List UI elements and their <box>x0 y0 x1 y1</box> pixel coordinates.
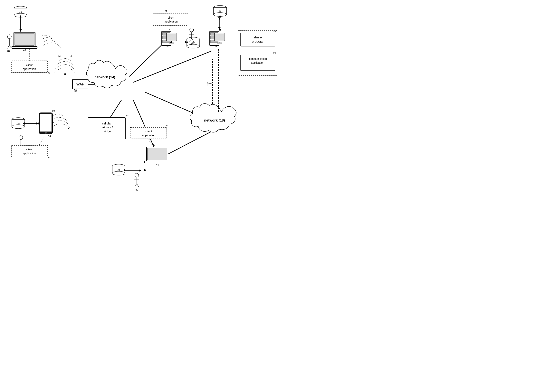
client-app-22-box: client application 22 <box>153 10 189 25</box>
svg-text:application: application <box>142 134 155 137</box>
svg-line-36 <box>9 45 11 48</box>
svg-text:bridge: bridge <box>103 130 111 133</box>
svg-point-57 <box>68 128 69 129</box>
network-18-cloud: network (18) <box>190 103 236 132</box>
wap-wireless: 56 <box>54 55 75 75</box>
svg-text:client: client <box>26 148 33 151</box>
svg-text:38: 38 <box>167 45 169 48</box>
svg-rect-54 <box>40 114 52 132</box>
svg-marker-105 <box>219 29 221 31</box>
svg-text:client: client <box>146 130 152 133</box>
svg-marker-27 <box>19 30 22 32</box>
svg-point-128 <box>112 171 125 175</box>
svg-text:application: application <box>165 20 178 23</box>
database-34: 34 <box>12 118 25 129</box>
svg-line-35 <box>8 45 9 48</box>
diagram-container: network (14) network (18) 32 40 48 <box>0 0 278 196</box>
svg-line-137 <box>137 184 139 187</box>
svg-line-0 <box>133 51 212 82</box>
svg-text:10: 10 <box>273 30 276 32</box>
svg-text:56: 56 <box>58 55 61 57</box>
db36-laptop44-arrow <box>123 169 146 171</box>
svg-text:16: 16 <box>219 9 221 12</box>
svg-text:60: 60 <box>52 110 55 112</box>
share-process-label: share <box>254 35 262 39</box>
svg-rect-123 <box>147 148 167 160</box>
svg-text:application: application <box>23 152 36 155</box>
database-36: 36 <box>112 164 125 175</box>
svg-text:26: 26 <box>48 156 50 159</box>
svg-text:36: 36 <box>117 168 120 171</box>
svg-text:24: 24 <box>48 72 50 75</box>
db32-arrow <box>19 15 22 32</box>
svg-point-48 <box>12 125 25 129</box>
svg-text:40: 40 <box>23 49 26 52</box>
cellular-bridge-label: cellular <box>102 122 111 125</box>
svg-line-4 <box>133 100 155 149</box>
svg-text:48: 48 <box>7 50 10 53</box>
svg-text:20: 20 <box>273 52 276 55</box>
svg-line-18 <box>39 135 45 145</box>
comm-app-label: communication <box>248 57 267 60</box>
db34-phone-arrow <box>23 122 40 125</box>
client-app-28-box: client application 28 <box>131 125 168 139</box>
svg-line-136 <box>135 184 137 187</box>
svg-text:52: 52 <box>136 188 138 191</box>
svg-point-32 <box>8 35 11 39</box>
svg-rect-29 <box>15 33 34 46</box>
cellular-bridge-box: cellular network / bridge 62 <box>88 115 129 139</box>
svg-rect-30 <box>12 47 37 48</box>
share-process-box: share process 10 communication applicati… <box>238 30 277 75</box>
svg-text:application: application <box>251 61 264 64</box>
svg-rect-111 <box>215 33 224 40</box>
phone-42: 42 <box>39 113 53 137</box>
db16-server12-arrow <box>219 15 221 31</box>
svg-rect-116 <box>240 33 275 46</box>
laptop-40: 40 <box>12 32 37 52</box>
laptop-40-wireless <box>41 35 61 48</box>
svg-line-6 <box>167 129 216 155</box>
svg-rect-113 <box>217 43 222 44</box>
svg-rect-78 <box>167 33 176 40</box>
network-14-cloud: network (14) <box>86 60 127 88</box>
network-18-label: network (18) <box>204 118 225 122</box>
client-app-26-box: client application 26 <box>11 145 50 159</box>
client-app-24-box: client application 24 <box>11 61 50 75</box>
svg-text:42: 42 <box>48 134 51 137</box>
server-12: 12 <box>210 31 225 48</box>
svg-text:client: client <box>168 16 174 19</box>
svg-text:34: 34 <box>17 122 20 125</box>
client-app-24-label: client <box>26 63 33 67</box>
network-14-label: network (14) <box>94 75 115 79</box>
ref-58: 58 <box>74 90 77 92</box>
svg-text:22: 22 <box>165 10 167 13</box>
svg-rect-38 <box>11 61 48 72</box>
phone-wireless: 60 <box>52 110 70 129</box>
svg-rect-124 <box>145 161 170 163</box>
database-16: 16 <box>214 6 226 16</box>
svg-text:62: 62 <box>126 115 129 118</box>
svg-text:process: process <box>252 40 263 44</box>
server-38: 38 <box>162 31 177 48</box>
svg-rect-65 <box>11 145 48 157</box>
svg-text:32: 32 <box>19 10 22 13</box>
svg-point-89 <box>190 28 193 32</box>
svg-text:28: 28 <box>166 125 168 128</box>
svg-point-59 <box>19 136 23 140</box>
ref-56: 56 <box>70 55 72 57</box>
svg-point-133 <box>135 173 139 177</box>
svg-text:12: 12 <box>215 45 217 48</box>
laptop-44: 44 <box>145 147 170 166</box>
person-52: 52 <box>134 173 139 191</box>
svg-text:44: 44 <box>156 163 159 166</box>
person-48: 48 <box>7 35 12 53</box>
svg-point-55 <box>45 132 47 134</box>
svg-text:WAP: WAP <box>77 82 84 86</box>
svg-marker-132 <box>144 169 146 171</box>
svg-point-44 <box>64 73 66 75</box>
svg-rect-95 <box>153 14 189 25</box>
svg-line-1 <box>129 42 165 77</box>
svg-text:46: 46 <box>190 43 193 46</box>
svg-rect-139 <box>131 127 167 139</box>
svg-text:network /: network / <box>101 126 113 129</box>
